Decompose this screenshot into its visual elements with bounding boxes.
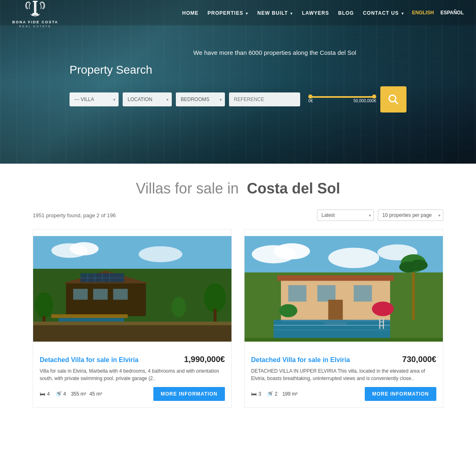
spec-bedrooms-2: 🛏 3 <box>251 391 261 397</box>
logo-tagline: REAL ESTATE <box>19 25 52 28</box>
svg-rect-59 <box>379 325 384 326</box>
property-footer-2: 🛏 3 🚿 2 199 m² MORE INFORMATION <box>251 387 436 401</box>
property-card-1: Detached Villa for sale in Elviria 1,990… <box>33 229 232 408</box>
logo[interactable]: BONA FIDE COSTA REAL ESTATE <box>12 0 58 28</box>
language-switcher: ENGLISH ESPAÑOL <box>412 10 464 16</box>
property-desc-1: Villa for sale in Elviria, Marbella with… <box>40 367 225 382</box>
svg-point-52 <box>409 260 427 271</box>
search-bar: --- VILLA Apartment Penthouse ▾ LOCATION… <box>70 86 406 112</box>
per-page-wrapper: 10 properties per page 20 properties per… <box>378 209 443 221</box>
svg-line-5 <box>395 101 397 104</box>
bedrooms-select[interactable]: BEDROOMS 1 2 3 4 5+ <box>176 92 225 106</box>
svg-rect-13 <box>66 284 146 316</box>
svg-point-25 <box>35 292 53 318</box>
svg-rect-56 <box>379 318 380 329</box>
page-heading: Villas for sale in Costa del Sol <box>33 180 443 197</box>
spec-bathrooms-value-1: 4 <box>63 391 66 397</box>
svg-rect-40 <box>277 275 394 281</box>
svg-rect-30 <box>33 324 231 342</box>
nav-home[interactable]: HOME <box>182 9 199 16</box>
sort-select[interactable]: Latest Price (Low to High) Price (High t… <box>317 209 374 221</box>
property-card-2: Detached Villa for sale in Elviria 730,0… <box>244 229 443 408</box>
spec-bedrooms-value-2: 3 <box>258 391 261 397</box>
location-wrapper: LOCATION Marbella Elviria ▾ <box>123 92 172 106</box>
svg-rect-16 <box>113 289 128 300</box>
main-content: Villas for sale in Costa del Sol 1951 pr… <box>0 164 476 424</box>
property-grid: Detached Villa for sale in Elviria 1,990… <box>33 229 443 408</box>
property-image-1 <box>33 230 231 348</box>
svg-point-36 <box>328 248 379 268</box>
property-desc-2: DETACHED VILLA IN UPPER ELVIRIA This vil… <box>251 367 436 382</box>
property-price-1: 1,990,000€ <box>184 355 225 364</box>
reference-input[interactable] <box>229 92 300 106</box>
svg-rect-41 <box>288 285 306 302</box>
hero-tagline: We have more than 6000 properties along … <box>193 49 356 56</box>
sort-wrapper: Latest Price (Low to High) Price (High t… <box>317 209 374 221</box>
spec-bathrooms-1: 🚿 4 <box>55 391 66 397</box>
price-slider-track[interactable] <box>308 96 376 98</box>
page-heading-bold: Costa del Sol <box>247 180 340 197</box>
spec-area-value-2: 199 m² <box>282 391 297 397</box>
svg-rect-15 <box>93 289 108 300</box>
svg-point-9 <box>70 242 99 255</box>
bath-icon-1: 🚿 <box>55 391 62 397</box>
svg-point-35 <box>274 243 310 259</box>
spec-bathrooms-2: 🚿 2 <box>266 391 278 397</box>
page-heading-light: Villas for sale in <box>136 180 238 197</box>
svg-rect-0 <box>34 1 36 14</box>
nav-contact-us[interactable]: CONTACT US ▾ <box>363 9 404 16</box>
svg-rect-49 <box>412 265 415 320</box>
spec-area-2: 199 m² <box>282 391 297 397</box>
svg-rect-24 <box>51 314 128 318</box>
property-type-select[interactable]: --- VILLA Apartment Penthouse <box>70 92 119 106</box>
property-specs-2: 🛏 3 🚿 2 199 m² <box>251 391 298 397</box>
spec-bedrooms-value-1: 4 <box>47 391 50 397</box>
hero-section: BONA FIDE COSTA REAL ESTATE HOME PROPERT… <box>0 0 476 164</box>
per-page-select[interactable]: 10 properties per page 20 properties per… <box>378 209 443 221</box>
svg-rect-60 <box>245 338 443 342</box>
spec-bedrooms-1: 🛏 4 <box>40 391 50 397</box>
navbar: BONA FIDE COSTA REAL ESTATE HOME PROPERT… <box>0 0 476 25</box>
location-select[interactable]: LOCATION Marbella Elviria <box>123 92 172 106</box>
nav-new-built[interactable]: NEW BUILT ▾ <box>257 9 293 16</box>
spec-area-1: 355 m² 45 m² <box>71 391 102 397</box>
svg-point-29 <box>171 297 186 317</box>
property-info-2: Detached Villa for sale in Elviria 730,0… <box>245 348 443 407</box>
results-count: 1951 property found, page 2 of 196 <box>33 212 116 218</box>
property-title-1[interactable]: Detached Villa for sale in Elviria <box>40 356 139 364</box>
property-specs-1: 🛏 4 🚿 4 355 m² 45 m² <box>40 391 102 397</box>
property-title-row-1: Detached Villa for sale in Elviria 1,990… <box>40 355 225 364</box>
bath-icon-2: 🚿 <box>266 391 273 397</box>
svg-point-47 <box>372 302 393 316</box>
svg-rect-44 <box>328 300 343 322</box>
price-labels: 0€ 50,000,000€ <box>308 99 376 103</box>
property-price-2: 730,000€ <box>402 355 436 364</box>
property-title-2[interactable]: Detached Villa for sale in Elviria <box>251 356 350 364</box>
more-info-button-2[interactable]: MORE INFORMATION <box>365 387 436 401</box>
svg-rect-2 <box>32 13 38 14</box>
nav-lawyers[interactable]: LAWYERS <box>302 9 329 16</box>
price-max: 50,000,000€ <box>353 99 376 103</box>
bed-icon-1: 🛏 <box>40 391 45 397</box>
lang-english[interactable]: ENGLISH <box>412 10 434 16</box>
svg-point-10 <box>139 246 182 262</box>
property-info-1: Detached Villa for sale in Elviria 1,990… <box>33 348 231 407</box>
nav-links: HOME PROPERTIES ▾ NEW BUILT ▾ LAWYERS BL… <box>182 9 404 16</box>
nav-properties[interactable]: PROPERTIES ▾ <box>208 9 249 16</box>
svg-rect-58 <box>379 322 384 322</box>
svg-rect-14 <box>73 289 88 300</box>
property-title-row-2: Detached Villa for sale in Elviria 730,0… <box>251 355 436 364</box>
property-type-wrapper: --- VILLA Apartment Penthouse ▾ <box>70 92 119 106</box>
more-info-button-1[interactable]: MORE INFORMATION <box>153 387 225 401</box>
svg-rect-57 <box>383 318 384 329</box>
svg-point-48 <box>279 304 297 317</box>
lang-espanol[interactable]: ESPAÑOL <box>440 10 464 16</box>
nav-blog[interactable]: BLOG <box>338 9 354 16</box>
bed-icon-2: 🛏 <box>251 391 257 397</box>
search-button[interactable] <box>380 86 406 112</box>
svg-rect-43 <box>354 285 372 302</box>
property-footer-1: 🛏 4 🚿 4 355 m² 45 m² MORE INFORMATION <box>40 387 225 401</box>
logo-name: BONA FIDE COSTA <box>12 20 58 25</box>
svg-rect-3 <box>32 14 38 15</box>
svg-point-27 <box>204 284 226 313</box>
